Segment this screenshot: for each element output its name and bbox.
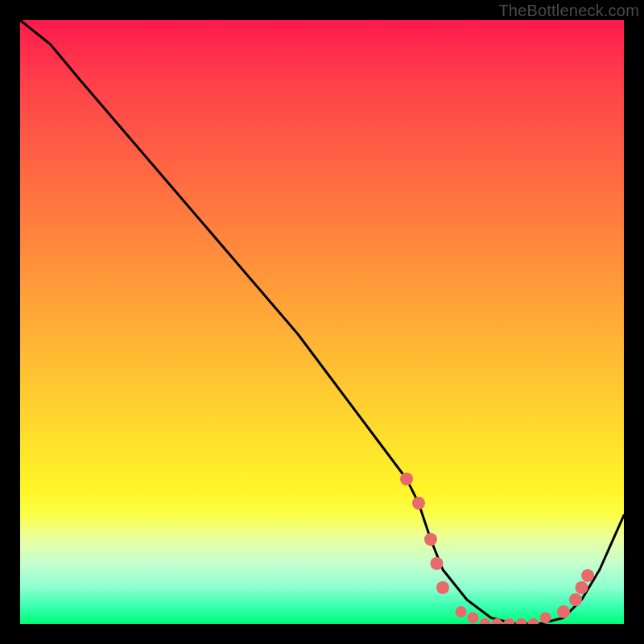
background-gradient	[20, 20, 624, 624]
plot-area	[20, 20, 624, 624]
chart-frame: TheBottleneck.com	[0, 0, 644, 644]
watermark-text: TheBottleneck.com	[498, 2, 639, 20]
